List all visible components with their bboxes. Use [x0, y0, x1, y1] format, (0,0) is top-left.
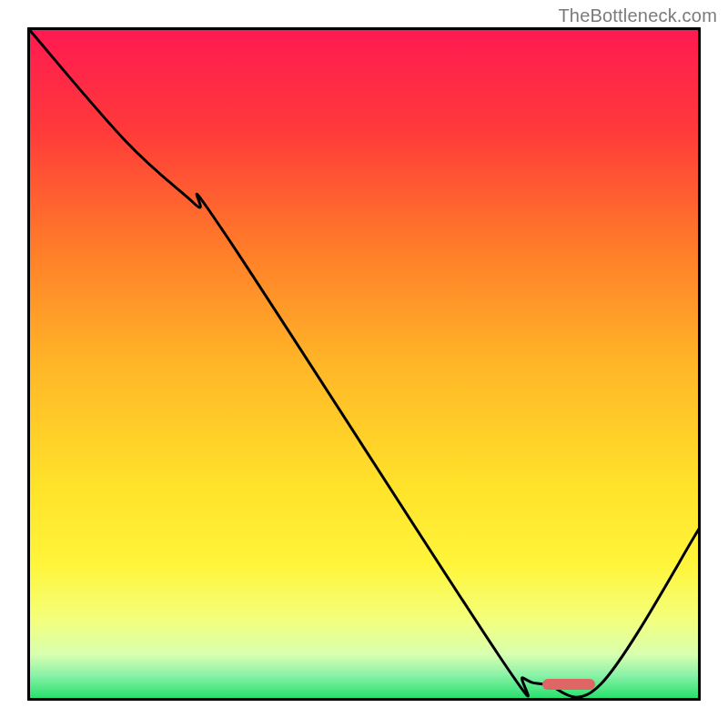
watermark-text: TheBottleneck.com: [558, 5, 717, 26]
chart-canvas: TheBottleneck.com: [0, 0, 728, 728]
optimal-range-marker: [542, 679, 595, 690]
plot-frame: [27, 27, 701, 701]
